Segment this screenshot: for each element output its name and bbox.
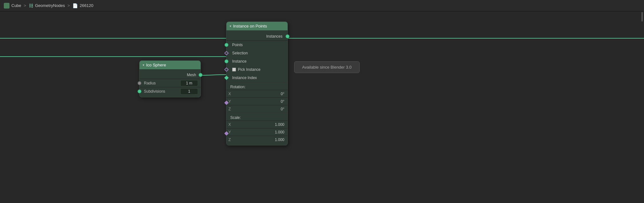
subdivisions-label: Subdivisions [139, 89, 180, 94]
rotation-y-row: Y 0° [226, 97, 288, 105]
scale-x-row: X 1.000 [226, 120, 288, 128]
rotation-y-value[interactable]: 0° [233, 99, 288, 104]
scale-x-label: X [226, 122, 233, 127]
pick-instance-socket [224, 67, 229, 72]
geometry-nodes-label: GeometryNodes [35, 3, 65, 8]
node-canvas[interactable]: ▾ Ico Sphere Mesh Radius 1 m Subdivision… [0, 11, 644, 203]
selection-input-label: Selection [226, 51, 288, 55]
file-icon: 📄 [72, 3, 78, 8]
rotation-section: Rotation: X 0° Y 0° Z 0° [226, 82, 288, 113]
ico-sphere-header: ▾ Ico Sphere [139, 61, 201, 69]
iop-header: ▾ Instance on Points [226, 22, 288, 30]
topbar: Cube > ⛓ GeometryNodes > 📄 266120 [0, 0, 644, 11]
ico-sphere-node: ▾ Ico Sphere Mesh Radius 1 m Subdivision… [139, 60, 201, 97]
points-input-socket [225, 43, 228, 47]
scale-z-row: Z 1.000 [226, 136, 288, 143]
scale-section: Scale: X 1.000 Y 1.000 Z 1.000 [226, 113, 288, 143]
subdivisions-value[interactable]: 1 [180, 88, 198, 95]
iop-collapse-icon[interactable]: ▾ [230, 24, 231, 28]
scale-x-value[interactable]: 1.000 [233, 122, 288, 127]
scale-y-value[interactable]: 1.000 [233, 130, 288, 134]
instance-input-socket [225, 59, 228, 63]
subdivisions-socket [138, 89, 141, 93]
sep1: > [24, 3, 26, 8]
instance-index-row: Instance Index [226, 74, 288, 82]
radius-value[interactable]: 1 m [180, 80, 198, 86]
scale-z-value[interactable]: 1.000 [233, 138, 288, 142]
instance-on-points-node: ▾ Instance on Points Instances Points Se… [226, 22, 288, 145]
selection-input-row: Selection [226, 49, 288, 57]
mesh-output-label: Mesh [185, 73, 198, 77]
pick-instance-row: Pick Instance [226, 65, 288, 74]
cube-label: Cube [11, 3, 21, 8]
instances-output-row: Instances [226, 32, 288, 40]
available-note: Available since Blender 3.0 [294, 61, 360, 73]
mesh-output-row: Mesh [139, 71, 201, 79]
mesh-output-socket [199, 73, 202, 77]
scale-z-label: Z [226, 138, 233, 142]
iop-body: Instances Points Selection Instance [226, 30, 288, 145]
scale-label: Scale: [226, 114, 288, 120]
subdivisions-row: Subdivisions 1 [139, 87, 201, 95]
rotation-z-row: Z 0° [226, 105, 288, 113]
instance-index-label: Instance Index [226, 76, 288, 80]
radius-label: Radius [139, 81, 180, 85]
geometry-nodes-icon: ⛓ [29, 3, 33, 8]
rotation-label: Rotation: [226, 83, 288, 90]
collapse-icon[interactable]: ▾ [143, 63, 144, 67]
instance-input-label: Instance [226, 59, 288, 64]
rotation-x-row: X 0° [226, 90, 288, 97]
instances-output-socket [286, 34, 289, 38]
pick-instance-label: Pick Instance [237, 67, 288, 72]
sep2: > [67, 3, 70, 8]
pick-instance-checkbox[interactable] [232, 68, 236, 71]
rotation-x-label: X [226, 92, 233, 96]
rotation-z-value[interactable]: 0° [233, 107, 288, 111]
rotation-x-value[interactable]: 0° [233, 92, 288, 96]
scale-y-row: Y 1.000 [226, 128, 288, 136]
ico-sphere-body: Mesh Radius 1 m Subdivisions 1 [139, 69, 201, 97]
wires-layer [0, 11, 644, 203]
available-note-text: Available since Blender 3.0 [302, 65, 352, 70]
points-input-label: Points [226, 43, 288, 47]
points-input-row: Points [226, 41, 288, 49]
instances-output-label: Instances [266, 34, 282, 39]
radius-row: Radius 1 m [139, 79, 201, 87]
scrollbar[interactable] [641, 12, 643, 22]
rotation-z-label: Z [226, 107, 233, 111]
radius-socket [138, 81, 141, 85]
ico-sphere-title: Ico Sphere [146, 63, 166, 67]
instance-input-row: Instance [226, 57, 288, 65]
cube-icon [4, 3, 9, 9]
iop-title: Instance on Points [233, 24, 267, 28]
file-number: 266120 [80, 3, 93, 8]
